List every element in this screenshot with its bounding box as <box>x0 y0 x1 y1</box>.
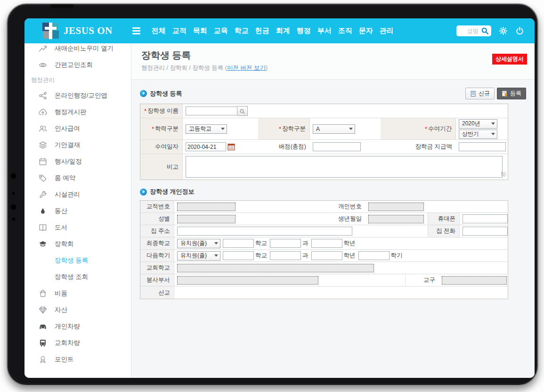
sidebar-item-label: 인사급여 <box>55 124 80 133</box>
sidebar-item-label: 장학생 조회 <box>55 273 88 281</box>
service-dept-label: 봉사부서 <box>146 276 170 284</box>
score-input[interactable] <box>313 142 361 151</box>
last-school-type-select[interactable]: 유치원(졸) <box>177 239 220 248</box>
parish-field <box>442 276 507 285</box>
nav-item[interactable]: 조직 <box>338 26 352 35</box>
app-logo[interactable]: JESUS ON <box>42 23 113 39</box>
sidebar-item-label: 룸 예약 <box>55 174 75 182</box>
last-school-input[interactable] <box>223 239 254 248</box>
nav-item[interactable]: 전체 <box>152 26 166 35</box>
calendar-picker-icon[interactable] <box>227 143 235 151</box>
sidebar-item[interactable]: 개인차량 <box>24 318 131 335</box>
sidebar-section-label: 행정관리 <box>24 73 131 87</box>
nav-item[interactable]: 교육 <box>214 26 228 35</box>
register-upload-icon <box>502 90 508 97</box>
period-year-select[interactable]: 2020년 <box>459 119 497 129</box>
required-mark: * <box>425 126 427 132</box>
sidebar-item[interactable]: 교회차량 <box>24 335 131 351</box>
sidebar-item[interactable]: 비품 <box>24 285 131 302</box>
name-search <box>456 25 491 36</box>
next-dept-input[interactable] <box>270 251 301 260</box>
sidebar-item[interactable]: 간편교인조회 <box>24 57 131 73</box>
sidebar-item-scholar-register[interactable]: 장학생 등록 <box>24 252 131 269</box>
nav-item[interactable]: 행정 <box>297 26 311 35</box>
register-button-label: 등록 <box>510 90 521 98</box>
new-button[interactable]: 신규 <box>465 88 495 99</box>
detail-manual-button[interactable]: 상세설명서 <box>492 54 527 65</box>
period-half-select[interactable]: 상반기 <box>459 130 497 139</box>
name-search-button[interactable] <box>237 106 248 116</box>
register-button[interactable]: 등록 <box>497 88 526 99</box>
nav-item[interactable]: 교적 <box>172 26 187 35</box>
edu-select[interactable]: 고등학교 <box>186 124 227 134</box>
sidebar-item[interactable]: 행정게시판 <box>24 104 131 120</box>
resize-grip[interactable] <box>501 172 506 177</box>
school-select-value: 유치원(졸) <box>180 239 207 247</box>
menu-icon[interactable] <box>132 27 140 34</box>
mission-label: 선교 <box>158 289 170 297</box>
last-grade-input[interactable] <box>311 239 342 248</box>
nav-item[interactable]: 관리 <box>380 26 394 35</box>
sidebar-item-label: 간편교인조회 <box>55 61 93 69</box>
grade-suffix: 학년 <box>344 252 356 260</box>
amount-input[interactable] <box>459 142 506 151</box>
power-icon[interactable] <box>515 26 524 35</box>
personalno-field <box>368 203 424 211</box>
sidebar-item[interactable]: 인사급여 <box>24 120 131 137</box>
nav-item[interactable]: 목회 <box>193 26 207 35</box>
sidebar-item[interactable]: 온라인행정/교인앱 <box>24 87 131 104</box>
home-addr-input[interactable] <box>177 227 352 236</box>
home-tel-label: 집 전화 <box>436 227 455 235</box>
score-label: 배점(총점) <box>279 143 306 151</box>
layers-icon <box>39 141 47 149</box>
tablet-camera <box>12 217 16 221</box>
tablet-power-button <box>51 4 73 8</box>
type-select-value: A <box>316 126 320 132</box>
nav-item[interactable]: 헌금 <box>255 26 269 35</box>
sidebar-item[interactable]: 포인트 <box>24 351 131 368</box>
sidebar-item[interactable]: 기안결재 <box>24 137 131 153</box>
next-school-type-select[interactable]: 유치원(졸) <box>177 251 220 261</box>
sidebar-item-scholarship[interactable]: 장학회 <box>24 236 131 252</box>
next-term-label: 다음학기 <box>146 252 170 260</box>
home-tel-input[interactable] <box>463 227 508 236</box>
gem-icon <box>39 306 47 314</box>
sidebar-item[interactable]: 룸 예약 <box>24 170 131 186</box>
next-school-input[interactable] <box>223 251 254 260</box>
tablet-volume-button <box>10 204 16 210</box>
sidebar-item[interactable]: 동산 <box>24 203 131 219</box>
nav-item[interactable]: 부서 <box>317 26 332 35</box>
note-textarea[interactable] <box>186 156 503 178</box>
car-icon <box>39 322 47 331</box>
period-half-value: 상반기 <box>462 130 479 138</box>
next-term-input[interactable] <box>358 251 390 260</box>
search-icon[interactable] <box>481 27 489 35</box>
award-date-input[interactable] <box>186 142 226 151</box>
nav-item[interactable]: 문자 <box>359 26 373 35</box>
sidebar-item[interactable]: 도서 <box>24 219 131 236</box>
last-dept-input[interactable] <box>270 239 301 248</box>
nav-item[interactable]: 학교 <box>235 26 249 35</box>
chevron-down-icon <box>491 122 495 125</box>
type-select[interactable]: A <box>313 124 355 134</box>
section-title: 장학생 개인정보 <box>150 188 195 196</box>
mobile-input[interactable] <box>463 214 508 223</box>
sidebar-item[interactable]: 행사/일정 <box>24 153 131 170</box>
sidebar-item-label: 행정게시판 <box>55 108 87 116</box>
scholar-name-input[interactable] <box>186 106 237 115</box>
sidebar-item-scholar-search[interactable]: 장학생 조회 <box>24 269 131 285</box>
previous-version-link[interactable]: 이전 버전 보기 <box>227 65 266 71</box>
gear-icon[interactable] <box>499 26 508 35</box>
sidebar-item[interactable]: 새애순비노우미 열기 <box>24 43 131 57</box>
next-grade-input[interactable] <box>311 251 342 260</box>
breadcrumb: 행정관리 / 장학회 / 장학생 등록 (이전 버전 보기) <box>141 64 268 72</box>
sidebar-item[interactable]: 시설관리 <box>24 186 131 203</box>
personal-form-table: 교적번호 개인번호 <box>140 200 508 299</box>
users-icon <box>39 124 47 133</box>
nav-item[interactable]: 회계 <box>276 26 290 35</box>
sidebar-item[interactable]: 자산 <box>24 302 131 318</box>
page-title: 장학생 등록 <box>141 49 191 62</box>
edu-select-value: 고등학교 <box>189 125 211 133</box>
type-label: 장학구분 <box>282 125 306 133</box>
regno-field <box>177 203 235 211</box>
